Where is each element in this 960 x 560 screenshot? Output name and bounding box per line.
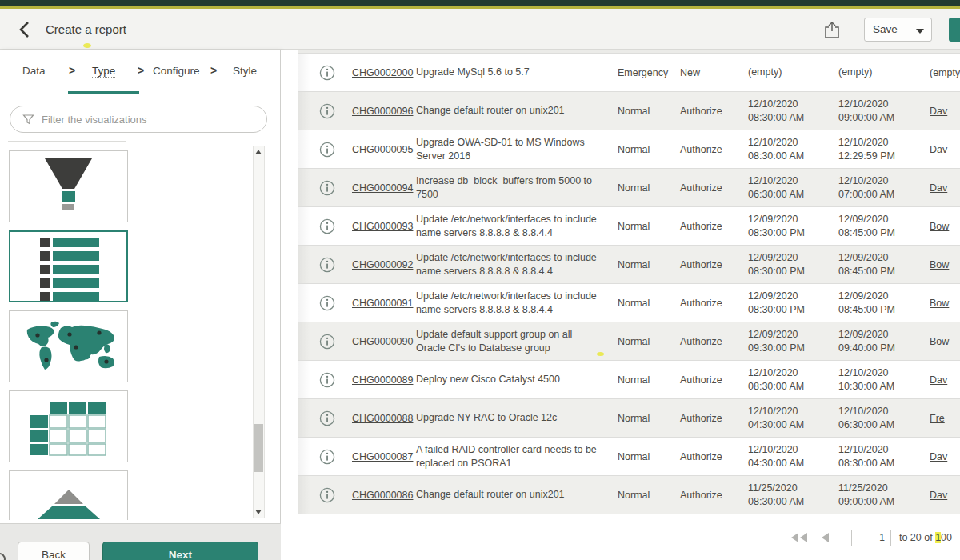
previous-page-button[interactable] — [822, 533, 830, 542]
table-row[interactable]: CHG0000092 Update /etc/network/interface… — [298, 246, 960, 284]
end-date-value: 12/10/2020 07:00:00 AM — [837, 174, 930, 202]
change-number-link[interactable]: CHG0000093 — [349, 221, 416, 232]
step-type[interactable]: Type — [92, 65, 115, 78]
end-date-value: 12/10/2020 08:30:00 AM — [837, 443, 930, 470]
start-date-value: (empty) — [746, 66, 837, 79]
change-number-link[interactable]: CHG0000094 — [349, 182, 416, 194]
change-number-link[interactable]: CHG0002000 — [349, 67, 416, 78]
change-number-link[interactable]: CHG0000096 — [349, 106, 416, 117]
filter-visualizations-input[interactable]: Filter the visualizations — [10, 106, 267, 133]
assigned-to-link[interactable]: Dav — [930, 490, 960, 501]
change-number-link[interactable]: CHG0000090 — [349, 336, 416, 347]
table-row[interactable]: CHG0000093 Update /etc/network/interface… — [298, 207, 960, 246]
info-icon[interactable] — [319, 65, 335, 81]
info-icon[interactable] — [319, 487, 335, 503]
start-date-value: 12/09/2020 08:30:00 PM — [746, 251, 837, 278]
wizard-breadcrumb: Data > Type > Configure > Style — [0, 50, 280, 94]
priority-value: Normal — [614, 413, 677, 424]
step-data[interactable]: Data — [22, 65, 46, 77]
share-icon[interactable] — [822, 19, 842, 40]
sidebar-scrollbar-thumb[interactable] — [254, 424, 263, 472]
short-description: Deploy new Cisco Catalyst 4500 — [416, 373, 614, 386]
end-date-value: 12/10/2020 12:29:59 PM — [837, 136, 930, 163]
info-icon[interactable] — [319, 103, 335, 119]
first-page-button[interactable] — [791, 533, 809, 542]
table-row[interactable]: CHG0000086 Change default router on unix… — [298, 476, 960, 514]
info-icon[interactable] — [319, 372, 335, 388]
table-row[interactable]: CHG0000096 Change default router on unix… — [298, 92, 960, 130]
table-row[interactable]: CHG0000088 Upgrade NY RAC to Oracle 12c … — [298, 399, 960, 438]
info-icon[interactable] — [319, 218, 335, 234]
start-date-value: 12/09/2020 09:30:00 PM — [746, 328, 837, 355]
start-date-value: 12/09/2020 08:30:00 PM — [746, 213, 837, 240]
next-button[interactable]: Next — [102, 542, 258, 560]
viz-option-heatmap[interactable] — [9, 390, 128, 462]
change-number-link[interactable]: CHG0000088 — [349, 413, 416, 424]
priority-value: Normal — [614, 182, 677, 194]
assigned-to-link[interactable]: Dav — [930, 451, 960, 462]
step-configure[interactable]: Configure — [153, 65, 200, 77]
viz-option-pyramid[interactable] — [9, 470, 128, 520]
save-dropdown-button[interactable] — [906, 18, 932, 42]
info-icon[interactable] — [319, 257, 335, 273]
assigned-to-link[interactable]: Dav — [930, 374, 960, 386]
viz-option-bar-list[interactable] — [9, 230, 128, 302]
change-number-link[interactable]: CHG0000087 — [349, 451, 416, 462]
assigned-to-link[interactable]: Bow — [930, 221, 960, 232]
viz-option-funnel[interactable] — [9, 150, 128, 222]
breadcrumb-separator: > — [138, 64, 144, 77]
step-style[interactable]: Style — [233, 65, 257, 77]
info-icon[interactable] — [319, 410, 335, 426]
assigned-to-link[interactable]: Bow — [930, 298, 960, 309]
table-row[interactable]: CHG0000095 Upgrade OWA-SD-01 to MS Windo… — [298, 130, 960, 169]
back-button[interactable]: Back — [18, 542, 90, 560]
short-description: Update /etc/network/interfaces to includ… — [416, 290, 614, 316]
state-value: Authorize — [677, 144, 746, 155]
pagination-total-highlight: 1 — [935, 532, 941, 543]
assigned-to-link[interactable]: Dav — [930, 106, 960, 117]
assigned-to-link[interactable]: Bow — [930, 336, 960, 347]
table-row[interactable]: CHG0002000 Upgrade MySql 5.6 to 5.7 Emer… — [298, 54, 960, 92]
funnel-chart-thumbnail — [10, 152, 127, 221]
change-number-link[interactable]: CHG0000092 — [349, 259, 416, 270]
help-icon-partial — [0, 553, 6, 560]
info-icon[interactable] — [319, 449, 335, 465]
table-row[interactable]: CHG0000087 A failed RAID controller card… — [298, 438, 960, 476]
assigned-to-link[interactable]: (empty) — [930, 67, 960, 78]
change-number-link[interactable]: CHG0000091 — [349, 298, 416, 309]
info-icon[interactable] — [319, 334, 335, 350]
state-value: Authorize — [677, 336, 746, 347]
table-row[interactable]: CHG0000094 Increase db_block_buffers fro… — [298, 169, 960, 207]
back-chevron-icon[interactable] — [16, 20, 37, 39]
pyramid-thumbnail — [10, 485, 127, 520]
info-icon[interactable] — [319, 295, 335, 311]
table-row[interactable]: CHG0000089 Deploy new Cisco Catalyst 450… — [298, 361, 960, 399]
state-value: Authorize — [677, 490, 746, 501]
assigned-to-link[interactable]: Dav — [930, 144, 960, 155]
table-row[interactable]: CHG0000091 Update /etc/network/interface… — [298, 284, 960, 322]
scroll-up-button[interactable] — [253, 146, 265, 158]
run-button-partial[interactable] — [949, 18, 960, 42]
assigned-to-link[interactable]: Fre — [930, 413, 960, 424]
info-icon[interactable] — [319, 142, 335, 158]
assigned-to-link[interactable]: Dav — [930, 182, 960, 194]
world-map-thumbnail — [10, 312, 127, 381]
change-number-link[interactable]: CHG0000095 — [349, 144, 416, 155]
scroll-down-button[interactable] — [253, 506, 265, 518]
table-row[interactable]: CHG0000090 Update default support group … — [298, 322, 960, 361]
change-number-link[interactable]: CHG0000089 — [349, 374, 416, 386]
assigned-to-link[interactable]: Bow — [930, 259, 960, 270]
priority-value: Normal — [614, 144, 677, 155]
short-description: Increase db_block_buffers from 5000 to 7… — [416, 174, 614, 201]
end-date-value: 12/10/2020 06:30:00 AM — [837, 405, 930, 432]
report-type-sidebar: Data > Type > Configure > Style Filter t… — [0, 50, 281, 560]
start-date-value: 12/10/2020 08:30:00 AM — [746, 136, 837, 163]
viz-option-map[interactable] — [9, 310, 128, 382]
save-button[interactable]: Save — [864, 18, 906, 42]
list-divider — [8, 141, 126, 142]
info-icon[interactable] — [319, 180, 335, 196]
start-date-value: 12/10/2020 04:30:00 AM — [746, 405, 837, 432]
start-date-value: 12/10/2020 08:30:00 AM — [746, 366, 837, 394]
change-number-link[interactable]: CHG0000086 — [349, 490, 416, 501]
page-number-input[interactable] — [851, 530, 891, 546]
